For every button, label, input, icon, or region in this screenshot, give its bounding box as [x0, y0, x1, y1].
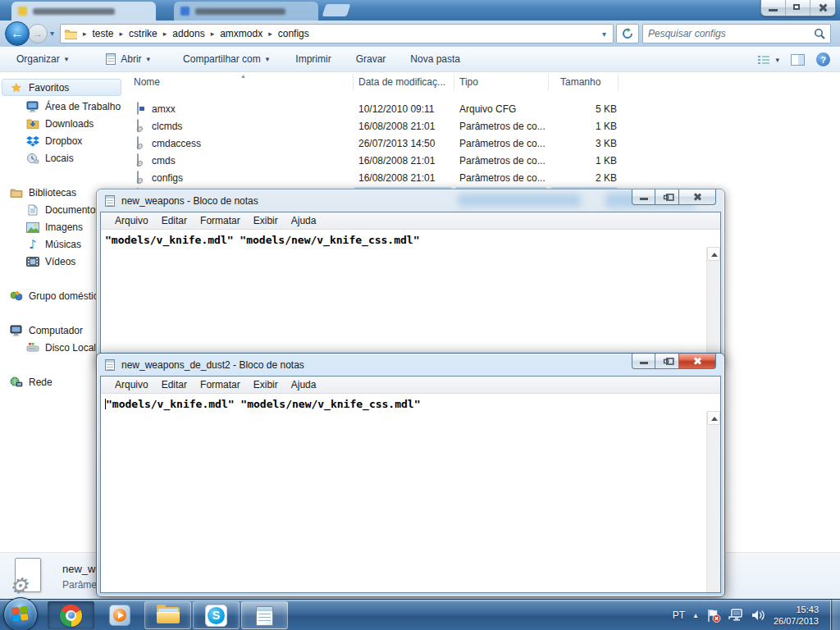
browser-tab-1[interactable] [11, 2, 156, 21]
burn-button[interactable]: Gravar [356, 53, 386, 65]
sidebar-item-recent-places[interactable]: Locais [26, 150, 74, 167]
share-button[interactable]: Compartilhar com ▾ [183, 53, 269, 65]
breadcrumb-amxmodx[interactable]: amxmodx [220, 28, 262, 39]
close-button[interactable] [679, 354, 716, 369]
menu-editar[interactable]: Editar [155, 215, 194, 226]
start-button[interactable] [3, 597, 38, 630]
menu-ajuda[interactable]: Ajuda [285, 215, 323, 226]
sidebar-item-favorites[interactable]: ★ Favoritos [10, 80, 69, 96]
sidebar-item-network[interactable]: Rede [10, 374, 52, 390]
organize-button[interactable]: Organizar ▾ [16, 53, 68, 65]
restore-button[interactable] [655, 354, 679, 369]
address-dropdown-icon[interactable]: ▾ [599, 30, 609, 39]
breadcrumb-cstrike[interactable]: cstrike [129, 28, 158, 39]
new-folder-button[interactable]: Nova pasta [410, 53, 460, 65]
minimize-button[interactable] [632, 354, 655, 369]
notepad2-titlebar[interactable]: new_weapons_de_dust2 - Bloco de notas [97, 354, 724, 376]
notepad2-text-area[interactable]: "models/v_knife.mdl" "models/new/v_knife… [101, 394, 720, 592]
scroll-up-button[interactable] [707, 411, 720, 425]
minimize-button[interactable] [632, 189, 655, 205]
language-indicator[interactable]: PT [673, 609, 685, 621]
taskbar-explorer-button[interactable] [144, 601, 191, 629]
notepad1-scrollbar[interactable] [706, 247, 720, 360]
search-icon[interactable] [814, 28, 826, 40]
volume-tray-icon[interactable] [751, 609, 766, 622]
sidebar-label: Imagens [45, 221, 83, 233]
notepad1-menubar: Arquivo Editar Formatar Exibir Ajuda [101, 212, 720, 230]
address-bar[interactable]: ▸ teste ▸ cstrike ▸ addons ▸ amxmodx ▸ c… [60, 24, 614, 43]
action-center-flag-icon[interactable] [706, 609, 721, 623]
notepad2-scrollbar[interactable] [706, 411, 720, 592]
sidebar-item-downloads[interactable]: Downloads [26, 116, 94, 132]
sidebar-item-pictures[interactable]: Imagens [26, 219, 83, 235]
windows-logo-icon [11, 606, 29, 623]
file-row[interactable]: ⚙ cmds 16/08/2008 21:01 Parâmetros de co… [123, 153, 840, 170]
sidebar-item-computer[interactable]: Computador [10, 322, 83, 339]
new-tab-button[interactable] [322, 4, 351, 16]
menu-formatar[interactable]: Formatar [194, 379, 247, 390]
menu-formatar[interactable]: Formatar [194, 215, 247, 226]
homegroup-icon [10, 290, 23, 303]
column-header-size[interactable]: Tamanho [560, 76, 600, 88]
column-header-type[interactable]: Tipo [459, 76, 478, 88]
taskbar-chrome-button[interactable] [48, 601, 94, 629]
column-header-date[interactable]: Data de modificaç... [358, 76, 445, 88]
restore-button[interactable] [655, 189, 679, 205]
sidebar-item-music[interactable]: ♪ Músicas [26, 236, 81, 253]
sidebar-item-local-disk[interactable]: Disco Local [26, 340, 96, 356]
sidebar-label: Músicas [45, 239, 81, 250]
minimize-button[interactable] [761, 0, 786, 16]
taskbar-media-player-button[interactable] [96, 601, 143, 629]
taskbar-skype-button[interactable]: S [193, 601, 240, 629]
open-label: Abrir [121, 53, 141, 65]
menu-arquivo[interactable]: Arquivo [108, 379, 155, 390]
help-button[interactable]: ? [816, 52, 830, 66]
search-input[interactable] [648, 25, 809, 42]
menu-exibir[interactable]: Exibir [247, 379, 285, 390]
menu-ajuda[interactable]: Ajuda [285, 379, 323, 390]
menu-arquivo[interactable]: Arquivo [108, 215, 155, 226]
sidebar-item-dropbox[interactable]: Dropbox [26, 133, 82, 149]
browser-tab-2[interactable] [174, 2, 318, 21]
scroll-up-button[interactable] [707, 247, 720, 261]
column-header-name[interactable]: Nome [134, 76, 160, 88]
menu-exibir[interactable]: Exibir [247, 215, 285, 226]
sidebar-label: Bibliotecas [29, 187, 76, 199]
file-date: 26/07/2013 14:50 [358, 138, 435, 149]
taskbar-clock[interactable]: 15:43 26/07/2013 [774, 604, 819, 627]
restore-button[interactable] [786, 0, 810, 16]
tray-expand-icon[interactable]: ▲ [692, 612, 699, 619]
sidebar-item-desktop[interactable]: Área de Trabalho [26, 98, 121, 115]
file-row[interactable]: ⚙ clcmds 16/08/2008 21:01 Parâmetros de … [123, 118, 840, 135]
sidebar-item-documents[interactable]: Documentos [26, 202, 100, 218]
views-button[interactable]: ▾ [757, 54, 779, 66]
breadcrumb-teste[interactable]: teste [93, 28, 114, 39]
show-desktop-button[interactable] [830, 600, 840, 630]
file-date: 16/08/2008 21:01 [358, 121, 435, 132]
file-name: amxx [152, 103, 176, 115]
breadcrumb-configs[interactable]: configs [278, 28, 309, 39]
notepad1-text-area[interactable]: "models/v_knife.mdl" "models/new/v_knife… [101, 230, 720, 360]
file-row[interactable]: ⚙ cmdaccess 26/07/2013 14:50 Parâmetros … [123, 135, 840, 153]
open-button[interactable]: Abrir ▾ [104, 52, 150, 66]
print-label: Imprimir [295, 53, 331, 65]
refresh-button[interactable] [616, 24, 639, 43]
close-button[interactable] [679, 189, 716, 205]
menu-editar[interactable]: Editar [155, 379, 194, 390]
taskbar-notepad-button[interactable] [241, 601, 288, 629]
preview-pane-button[interactable] [791, 54, 805, 66]
file-row[interactable]: amxx 10/12/2010 09:11 Arquivo CFG 5 KB [123, 101, 840, 118]
sidebar-item-libraries[interactable]: Bibliotecas [10, 185, 76, 201]
print-button[interactable]: Imprimir [295, 53, 331, 65]
notepad1-titlebar[interactable]: new_weapons - Bloco de notas [97, 189, 724, 212]
sidebar-item-homegroup[interactable]: Grupo doméstico [10, 288, 103, 304]
network-tray-icon[interactable] [728, 609, 744, 622]
breadcrumb-addons[interactable]: addons [172, 28, 204, 39]
forward-button[interactable]: → [28, 24, 48, 43]
chevron-down-icon: ▾ [266, 55, 270, 63]
history-dropdown-icon[interactable]: ▾ [50, 29, 54, 38]
back-button[interactable]: ← [5, 21, 30, 46]
file-row[interactable]: ⚙ configs 16/08/2008 21:01 Parâmetros de… [123, 170, 840, 187]
sidebar-item-videos[interactable]: Vídeos [26, 253, 75, 270]
close-button[interactable] [810, 0, 835, 16]
